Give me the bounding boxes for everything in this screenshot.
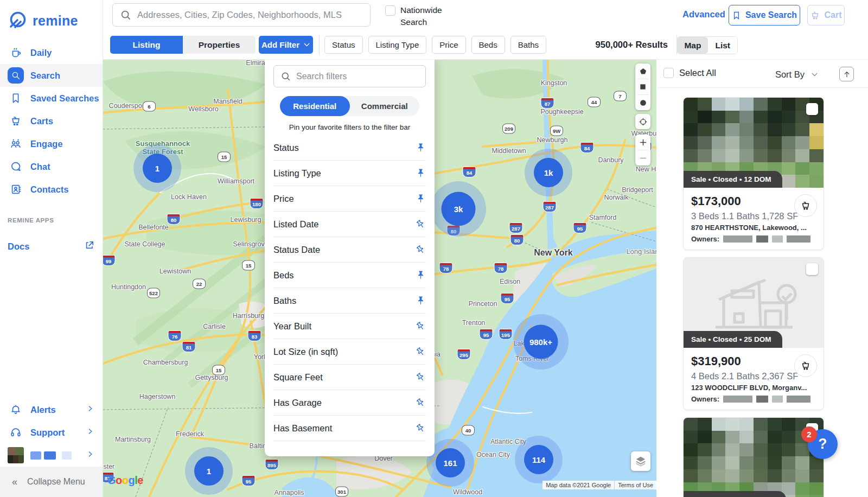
select-all-label: Select All [679, 68, 716, 78]
add-filter-button[interactable]: Add Filter [259, 36, 313, 54]
filter-row[interactable]: Year Built [273, 314, 426, 339]
filter-row[interactable]: Has Garage [273, 390, 426, 416]
support-label: Support [30, 428, 65, 438]
sidebar-item-account[interactable] [0, 444, 103, 467]
nationwide-search-toggle[interactable]: Nationwide Search [385, 4, 452, 28]
draw-polygon-button[interactable] [635, 63, 650, 79]
pin-icon[interactable] [415, 346, 426, 357]
road-shield: 95 [501, 293, 514, 304]
filter-row[interactable]: Square Feet [273, 365, 426, 390]
locate-button[interactable] [635, 114, 650, 129]
sidebar-item-label: Carts [30, 116, 53, 126]
listing-checkbox[interactable] [806, 263, 818, 275]
road-shield: 84 [580, 142, 594, 153]
map-cluster[interactable]: 1 [133, 144, 181, 192]
sidebar-item-chat[interactable]: Chat [0, 155, 103, 178]
filter-row[interactable]: Listed Date [273, 212, 426, 237]
filter-row[interactable]: Has Basement [273, 416, 426, 441]
listing-card[interactable]: Sale • Closed • 12 DOM $173,000 3 Beds 1… [683, 97, 824, 250]
filter-row[interactable]: Listing Type [273, 161, 426, 186]
add-to-cart-button[interactable] [794, 194, 817, 217]
sort-direction-button[interactable] [839, 67, 854, 81]
filter-row[interactable]: Lot Size (in sqft) [273, 339, 426, 365]
view-toggle-list[interactable]: List [708, 37, 737, 54]
save-search-button[interactable]: Save Search [729, 5, 800, 26]
google-logo[interactable]: Google [107, 474, 143, 487]
sidebar-item-docs[interactable]: Docs [0, 237, 103, 256]
map-cluster[interactable]: 980k+ [513, 314, 569, 369]
pin-icon[interactable] [415, 295, 426, 306]
pin-icon[interactable] [415, 219, 426, 230]
filter-row[interactable]: Baths [273, 288, 426, 314]
listing-card[interactable]: Sale • Closed • 25 DOM $319,900 4 Beds 2… [683, 257, 824, 410]
filter-label: Has Basement [273, 423, 332, 434]
map-town-label: Hagerstown [139, 393, 176, 400]
filter-chip[interactable]: Status [324, 36, 363, 54]
map-list-toggle: Map List [676, 36, 738, 54]
map-town-label: Elmira [246, 60, 265, 67]
filter-row[interactable]: Beds [273, 263, 426, 288]
segment-residential[interactable]: Residential [280, 96, 350, 116]
filter-row[interactable]: Status [273, 135, 426, 161]
map-cluster[interactable]: 1k [525, 149, 572, 196]
segment-commercial[interactable]: Commercial [350, 96, 420, 116]
sidebar-item-alerts[interactable]: Alerts [0, 398, 103, 421]
filter-chip[interactable]: Listing Type [368, 36, 427, 54]
sidebar-item-engage[interactable]: Engage [0, 132, 103, 155]
terms-of-use-link[interactable]: Terms of Use [614, 481, 656, 489]
draw-circle-button[interactable] [635, 95, 650, 110]
map-layers-button[interactable] [631, 451, 650, 471]
draw-rectangle-button[interactable] [635, 79, 650, 94]
map-cluster[interactable]: 114 [515, 436, 563, 483]
sidebar-item-label: Contacts [30, 184, 69, 195]
pin-icon[interactable] [415, 372, 426, 383]
map-cluster[interactable]: 1 [185, 447, 233, 495]
filter-chip[interactable]: Baths [510, 36, 546, 54]
pin-icon[interactable] [415, 423, 426, 434]
sidebar-item-saved-searches[interactable]: Saved Searches [0, 87, 103, 110]
filter-list: Status Listing Type Price [273, 135, 426, 441]
zoom-out-button[interactable] [635, 150, 650, 165]
map-cluster[interactable]: 3k [431, 181, 486, 237]
filter-row[interactable]: Status Date [273, 237, 426, 263]
filter-search-input[interactable] [296, 72, 425, 81]
tab-listing[interactable]: Listing [110, 36, 183, 54]
tab-properties[interactable]: Properties [183, 36, 256, 54]
advanced-link[interactable]: Advanced [682, 9, 725, 20]
view-toggle-map[interactable]: Map [677, 37, 708, 54]
pin-icon[interactable] [415, 244, 426, 255]
select-all-checkbox[interactable] [663, 68, 674, 78]
pin-icon[interactable] [415, 168, 426, 179]
pin-icon[interactable] [415, 270, 426, 281]
add-filter-panel: Residential Commercial Pin your favorite… [265, 56, 435, 456]
map-town-label: Lewisburg [231, 216, 261, 224]
collapse-menu-button[interactable]: « Collapse Menu [0, 467, 103, 497]
pin-icon[interactable] [415, 193, 426, 204]
filter-chip[interactable]: Beds [471, 36, 505, 54]
zoom-in-button[interactable] [635, 135, 650, 150]
cluster-count: 3k [442, 192, 476, 226]
sidebar-item-search[interactable]: Search [0, 64, 103, 87]
sort-by-dropdown[interactable]: Sort By [775, 69, 818, 80]
pin-icon[interactable] [415, 397, 426, 408]
sidebar-item-support[interactable]: Support [0, 421, 103, 444]
filter-chips: StatusListing TypePriceBedsBaths [324, 36, 546, 54]
add-to-cart-button[interactable] [794, 354, 817, 377]
nationwide-checkbox[interactable] [385, 5, 395, 16]
listing-checkbox[interactable] [806, 103, 818, 115]
sidebar-item-carts[interactable]: Carts [0, 110, 103, 132]
sidebar-item-label: Engage [30, 139, 63, 149]
headset-icon [9, 425, 23, 439]
sidebar-item-daily[interactable]: Daily [0, 41, 103, 64]
sidebar-item-contacts[interactable]: Contacts [0, 178, 103, 201]
cart-button[interactable]: Cart [807, 5, 845, 26]
arrow-up-icon [843, 71, 851, 78]
filter-chip[interactable]: Price [432, 36, 465, 54]
pin-icon[interactable] [415, 321, 426, 332]
filter-row[interactable]: Price [273, 186, 426, 212]
pin-icon[interactable] [415, 142, 426, 153]
select-all[interactable]: Select All [663, 68, 716, 78]
location-search-input[interactable] [137, 10, 370, 20]
cart-icon [9, 114, 23, 128]
remine-logo[interactable]: remine [0, 0, 103, 34]
